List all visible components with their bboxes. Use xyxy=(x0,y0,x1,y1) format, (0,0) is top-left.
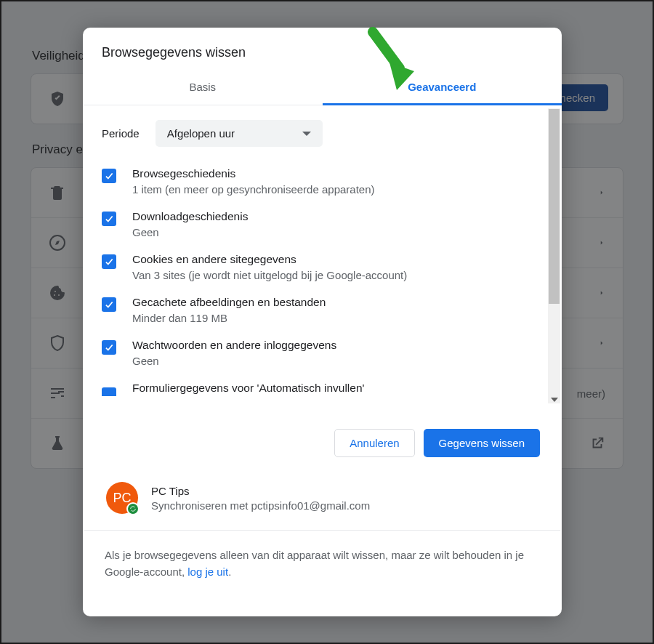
checkbox[interactable] xyxy=(102,387,116,396)
account-name: PC Tips xyxy=(151,485,370,497)
footer-text-before: Als je browsegegevens alleen van dit app… xyxy=(105,549,524,578)
check-item-title: Cookies en andere sitegegevens xyxy=(132,253,407,266)
period-label: Periode xyxy=(102,127,140,140)
check-item-title: Formuliergegevens voor 'Automatisch invu… xyxy=(132,382,365,395)
logout-link[interactable]: log je uit xyxy=(187,565,228,578)
checkbox[interactable] xyxy=(102,254,116,269)
dialog-footer-note: Als je browsegegevens alleen van dit app… xyxy=(83,531,562,601)
check-item-browsing-history: Browsegeschiedenis 1 item (en meer op ge… xyxy=(102,167,541,196)
check-item-download-history: Downloadgeschiedenis Geen xyxy=(102,210,541,238)
scrollbar-thumb[interactable] xyxy=(549,109,560,304)
scrollbar-track[interactable] xyxy=(548,108,560,403)
checkbox[interactable] xyxy=(102,212,116,226)
account-sync-label: Synchroniseren met pctipsinfo01@gmail.co… xyxy=(151,499,370,512)
check-item-sub: Van 3 sites (je wordt niet uitgelogd bij… xyxy=(132,269,407,281)
check-item-autofill: Formuliergegevens voor 'Automatisch invu… xyxy=(102,382,541,396)
period-select[interactable]: Afgelopen uur xyxy=(156,120,323,147)
scrollbar-down-icon[interactable] xyxy=(551,398,558,402)
check-item-cached-images: Gecachete afbeeldingen en bestanden Mind… xyxy=(102,296,541,324)
check-item-title: Gecachete afbeeldingen en bestanden xyxy=(132,296,326,309)
checkbox[interactable] xyxy=(102,169,116,183)
avatar: PC xyxy=(106,482,138,514)
check-item-cookies: Cookies en andere sitegegevens Van 3 sit… xyxy=(102,253,541,281)
check-item-sub: 1 item (en meer op gesynchroniseerde app… xyxy=(132,183,375,196)
check-item-sub: Geen xyxy=(132,226,248,238)
sync-badge-icon xyxy=(126,502,140,515)
caret-down-icon xyxy=(302,132,311,136)
check-item-sub: Geen xyxy=(132,355,336,367)
checkbox[interactable] xyxy=(102,340,116,355)
check-item-title: Wachtwoorden en andere inloggegevens xyxy=(132,339,336,352)
check-item-title: Browsegeschiedenis xyxy=(132,167,375,180)
clear-browsing-data-dialog: Browsegegevens wissen Basis Geavanceerd … xyxy=(83,28,562,616)
tab-basic[interactable]: Basis xyxy=(83,71,323,105)
dialog-title: Browsegegevens wissen xyxy=(83,28,562,71)
check-item-sub: Minder dan 119 MB xyxy=(132,312,326,324)
dialog-tabs: Basis Geavanceerd xyxy=(83,71,562,105)
check-item-passwords: Wachtwoorden en andere inloggegevens Gee… xyxy=(102,339,541,367)
tab-advanced[interactable]: Geavanceerd xyxy=(323,71,562,105)
check-item-title: Downloadgeschiedenis xyxy=(132,210,248,223)
account-row: PC PC Tips Synchroniseren met pctipsinfo… xyxy=(84,476,560,531)
period-select-value: Afgelopen uur xyxy=(167,127,235,140)
footer-text-after: . xyxy=(228,565,231,578)
clear-data-button[interactable]: Gegevens wissen xyxy=(424,429,540,457)
cancel-button[interactable]: Annuleren xyxy=(334,429,414,457)
dialog-scroll-area: Periode Afgelopen uur Browsegeschiedenis… xyxy=(83,105,562,407)
checkbox[interactable] xyxy=(102,297,116,312)
